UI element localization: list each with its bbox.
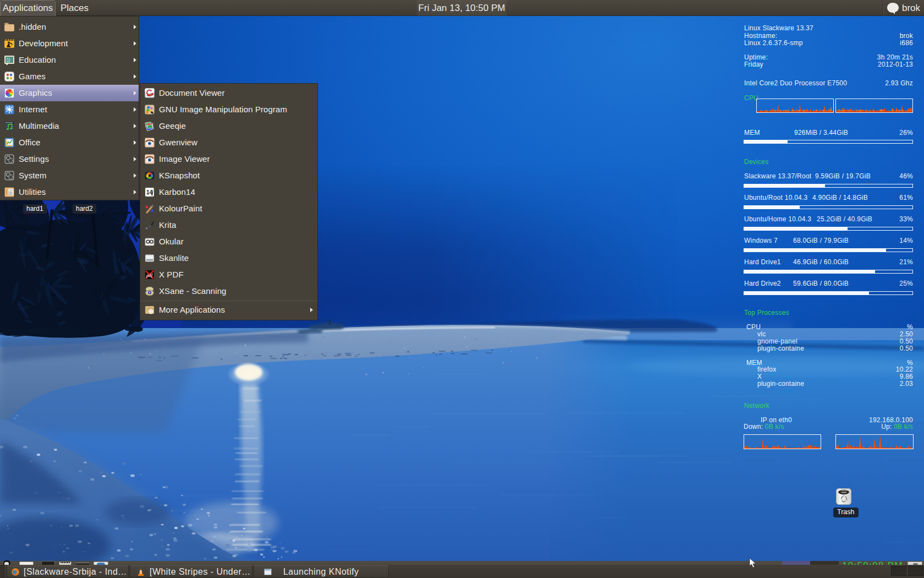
svg-text:pdf: pdf	[146, 272, 153, 278]
